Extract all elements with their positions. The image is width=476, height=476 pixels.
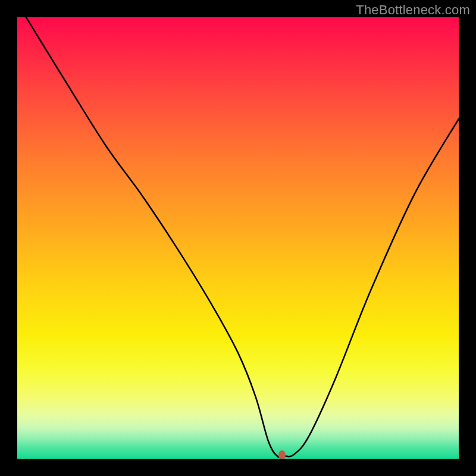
watermark-text: TheBottleneck.com (356, 2, 470, 18)
plot-area (17, 17, 459, 459)
curve-svg (17, 17, 459, 459)
optimal-point-marker (278, 450, 286, 459)
outer-frame: TheBottleneck.com (0, 0, 476, 476)
bottleneck-curve (26, 17, 459, 458)
